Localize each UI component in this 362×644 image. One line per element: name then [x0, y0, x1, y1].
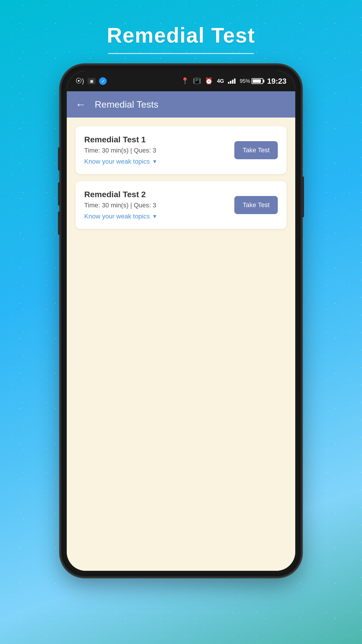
- signal-bar-3: [232, 80, 233, 84]
- test-meta-1: Time: 30 min(s) | Ques: 3: [84, 147, 229, 154]
- dropdown-arrow-icon-2: ▼: [152, 214, 157, 220]
- phone-inner: ⦿) ▣ ✓ 📍 📳 ⏰ 4G: [67, 71, 295, 571]
- page-title-section: Remedial Test: [107, 23, 255, 54]
- network-indicator: 4G: [217, 78, 224, 84]
- dropdown-arrow-icon-1: ▼: [152, 159, 157, 165]
- main-content: Remedial Test 1 Time: 30 min(s) | Ques: …: [67, 118, 295, 571]
- status-left: ⦿) ▣ ✓: [75, 77, 107, 85]
- test-info-2: Remedial Test 2 Time: 30 min(s) | Ques: …: [84, 190, 229, 220]
- signal-bars: [228, 78, 236, 84]
- take-test-button-2[interactable]: Take Test: [234, 196, 278, 214]
- signal-bar-4: [234, 78, 236, 84]
- location-icon: 📍: [181, 77, 189, 85]
- page-title: Remedial Test: [107, 23, 255, 47]
- test-info-1: Remedial Test 1 Time: 30 min(s) | Ques: …: [84, 135, 229, 165]
- weak-topics-link-2[interactable]: Know your weak topics ▼: [84, 213, 229, 220]
- notification-icon: ▣: [87, 78, 96, 84]
- test-card-1: Remedial Test 1 Time: 30 min(s) | Ques: …: [75, 126, 287, 174]
- test-card-2: Remedial Test 2 Time: 30 min(s) | Ques: …: [75, 181, 287, 229]
- check-badge-icon: ✓: [99, 77, 107, 85]
- phone-frame: ⦿) ▣ ✓ 📍 📳 ⏰ 4G: [61, 66, 301, 576]
- test-name-2: Remedial Test 2: [84, 190, 229, 199]
- nav-title: Remedial Tests: [95, 99, 158, 110]
- alarm-icon: ⏰: [205, 77, 213, 85]
- test-name-1: Remedial Test 1: [84, 135, 229, 144]
- wifi-icon: ⦿): [75, 77, 84, 85]
- nav-bar: ← Remedial Tests: [67, 91, 295, 118]
- status-time: 19:23: [267, 77, 287, 86]
- weak-topics-link-1[interactable]: Know your weak topics ▼: [84, 158, 229, 165]
- battery-indicator: 95%: [240, 78, 263, 84]
- battery-fill: [253, 79, 261, 83]
- signal-bar-1: [228, 82, 229, 84]
- weak-topics-label-1: Know your weak topics: [84, 158, 150, 165]
- battery-percent: 95%: [240, 78, 250, 84]
- vibrate-icon: 📳: [193, 77, 201, 85]
- weak-topics-label-2: Know your weak topics: [84, 213, 150, 220]
- signal-bar-2: [230, 81, 231, 84]
- status-bar: ⦿) ▣ ✓ 📍 📳 ⏰ 4G: [67, 71, 295, 91]
- back-button[interactable]: ←: [75, 98, 86, 111]
- status-right: 📍 📳 ⏰ 4G 95%: [181, 77, 287, 86]
- take-test-button-1[interactable]: Take Test: [234, 141, 278, 159]
- title-underline: [108, 53, 254, 54]
- battery-box: [252, 78, 263, 84]
- test-meta-2: Time: 30 min(s) | Ques: 3: [84, 202, 229, 209]
